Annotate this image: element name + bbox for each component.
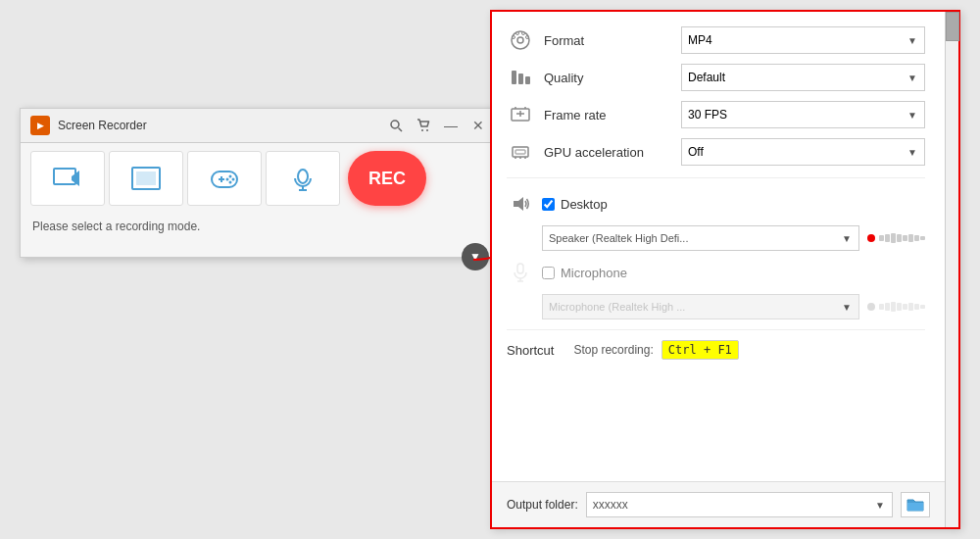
shortcut-stop-key: Ctrl + F1 [662, 340, 739, 360]
shortcut-title: Shortcut [507, 343, 554, 358]
svg-point-18 [512, 31, 529, 49]
gpu-label: GPU acceleration [544, 145, 671, 160]
framerate-setting-row: Frame rate 30 FPS 60 FPS 24 FPS 15 FPS [507, 101, 925, 128]
output-path-input[interactable] [586, 492, 893, 517]
desktop-audio-row: Desktop [507, 190, 925, 218]
desktop-audio-label[interactable]: Desktop [542, 197, 608, 212]
recorder-window: Screen Recorder — ✕ [20, 108, 500, 258]
format-icon [507, 26, 534, 54]
app-icon [30, 116, 50, 135]
mic-vol-bar-7 [914, 304, 919, 310]
app-title: Screen Recorder [58, 119, 377, 132]
expand-settings-button[interactable]: ▼ [462, 243, 489, 270]
microphone-audio-label[interactable]: Microphone [542, 266, 627, 280]
svg-rect-38 [517, 264, 523, 273]
output-label: Output folder: [507, 498, 578, 512]
mic-vol-bar-4 [897, 303, 902, 311]
game-capture-mode-button[interactable] [187, 151, 262, 206]
divider-1 [507, 177, 925, 178]
svg-point-13 [226, 178, 229, 181]
mic-vol-bar-2 [885, 303, 890, 311]
microphone-device-select[interactable]: Microphone (Realtek High ... [542, 294, 859, 319]
mic-vol-bar-5 [903, 304, 907, 310]
quality-label: Quality [544, 71, 671, 85]
format-setting-row: Format MP4 AVI MOV WMV [507, 26, 925, 54]
titlebar-controls: — ✕ [385, 115, 489, 136]
scrollbar-thumb[interactable] [946, 12, 959, 41]
settings-panel: Format MP4 AVI MOV WMV Quality [490, 10, 960, 529]
minimize-button[interactable]: — [440, 115, 462, 136]
microphone-audio-section: Microphone Microphone (Realtek High ... [507, 259, 925, 319]
settings-content: Format MP4 AVI MOV WMV Quality [492, 12, 945, 374]
quality-select[interactable]: Default High Medium Low [681, 64, 925, 91]
framerate-select[interactable]: 30 FPS 60 FPS 24 FPS 15 FPS [681, 101, 925, 128]
quality-select-wrapper: Default High Medium Low [681, 64, 925, 91]
vol-bar-2 [885, 234, 890, 242]
shortcut-stop-desc: Stop recording: [573, 343, 653, 357]
vol-bar-7 [914, 235, 919, 241]
vol-bar-1 [879, 235, 884, 241]
desktop-vol-bars [879, 233, 925, 243]
microphone-audio-icon [507, 259, 534, 286]
microphone-audio-checkbox[interactable] [542, 267, 555, 279]
recording-modes-toolbar: REC [21, 143, 499, 214]
microphone-volume-indicator [867, 302, 925, 312]
mic-vol-bar-1 [879, 304, 884, 310]
gpu-select[interactable]: Off On [681, 138, 925, 166]
mic-vol-dot [867, 303, 875, 311]
gpu-icon [507, 138, 534, 166]
quality-icon [507, 64, 534, 91]
vol-bar-5 [903, 235, 907, 241]
shortcut-row: Shortcut Stop recording: Ctrl + F1 [507, 340, 925, 360]
titlebar: Screen Recorder — ✕ [21, 109, 499, 143]
browse-folder-button[interactable] [901, 492, 930, 517]
desktop-volume-indicator [867, 233, 925, 243]
svg-rect-6 [136, 172, 156, 185]
svg-point-21 [522, 32, 525, 35]
desktop-device-select[interactable]: Speaker (Realtek High Defi... [542, 225, 859, 251]
status-text: Please select a recording mode. [21, 214, 499, 243]
desktop-device-select-wrapper: Speaker (Realtek High Defi... [542, 225, 859, 251]
vol-bar-8 [920, 236, 925, 240]
audio-capture-mode-button[interactable] [266, 151, 340, 206]
mic-vol-bar-6 [908, 303, 913, 311]
svg-point-0 [391, 121, 399, 128]
mic-vol-bar-8 [920, 305, 925, 309]
svg-point-14 [298, 170, 308, 183]
svg-point-22 [513, 36, 515, 39]
microphone-audio-row: Microphone [507, 259, 925, 286]
svg-point-12 [229, 181, 232, 184]
vol-bar-3 [891, 233, 896, 243]
framerate-icon [507, 101, 534, 128]
mic-vol-bars [879, 302, 925, 312]
fullscreen-capture-mode-button[interactable] [109, 151, 183, 206]
svg-rect-25 [518, 74, 523, 84]
close-button[interactable]: ✕ [467, 115, 489, 136]
gpu-setting-row: GPU acceleration Off On [507, 138, 925, 166]
output-section: Output folder: [492, 481, 945, 527]
desktop-audio-checkbox[interactable] [542, 198, 555, 211]
desktop-vol-dot [867, 234, 875, 242]
desktop-device-row: Speaker (Realtek High Defi... [542, 225, 925, 251]
svg-rect-24 [512, 71, 516, 84]
gpu-select-wrapper: Off On [681, 138, 925, 166]
quality-setting-row: Quality Default High Medium Low [507, 64, 925, 91]
shortcut-stop-item: Stop recording: Ctrl + F1 [573, 340, 738, 360]
search-button[interactable] [385, 115, 407, 136]
cart-button[interactable] [413, 115, 434, 136]
svg-point-2 [421, 129, 423, 131]
microphone-device-select-wrapper: Microphone (Realtek High ... [542, 294, 859, 319]
mic-vol-bar-3 [891, 302, 896, 312]
svg-point-19 [517, 37, 523, 43]
rec-button[interactable]: REC [348, 151, 426, 206]
svg-point-20 [516, 32, 519, 35]
shortcut-section: Shortcut Stop recording: Ctrl + F1 [507, 329, 925, 360]
microphone-device-row: Microphone (Realtek High ... [542, 294, 925, 319]
svg-point-11 [232, 178, 235, 181]
format-select[interactable]: MP4 AVI MOV WMV [681, 26, 925, 54]
window-capture-mode-button[interactable] [30, 151, 105, 206]
scrollbar[interactable] [945, 12, 958, 527]
svg-line-1 [399, 128, 403, 132]
svg-rect-32 [513, 147, 528, 157]
vol-bar-4 [897, 234, 902, 242]
